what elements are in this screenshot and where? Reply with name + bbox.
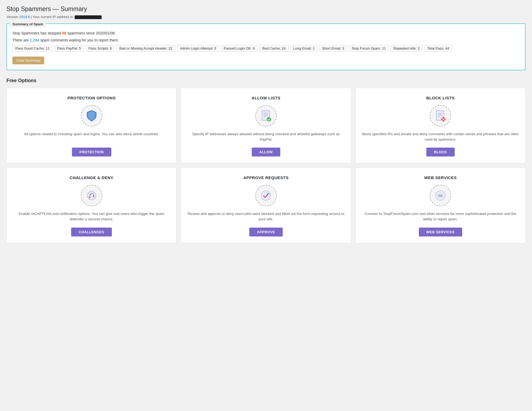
summary-box: Summary of Spam Stop Spammers has stoppe… bbox=[6, 23, 526, 70]
card-button-protection[interactable]: PROTECTION bbox=[72, 148, 111, 156]
spam-tag: Bad Cache: 24 bbox=[260, 45, 289, 52]
card-button-allow[interactable]: ALLOW bbox=[252, 148, 280, 156]
card-title-protection: PROTECTION OPTIONS bbox=[67, 96, 116, 100]
spam-tag: Pass Scripts: 6 bbox=[85, 45, 115, 52]
card-button-block[interactable]: BLOCK bbox=[426, 148, 455, 156]
waiting-post: spam comments waiting for you to report … bbox=[39, 38, 119, 42]
card-icon-approve bbox=[255, 185, 277, 206]
cards-grid-bottom: CHALLENGE & DENY Enable reCAPTCHA and no… bbox=[6, 168, 526, 243]
card-allow: ALLOW LISTS Specify IP addresses always … bbox=[181, 88, 351, 163]
summary-legend: Summary of Spam bbox=[10, 21, 46, 27]
version-label: Version bbox=[6, 15, 19, 19]
card-button-webservices[interactable]: WEB SERVICES bbox=[419, 228, 462, 236]
card-icon-block bbox=[430, 105, 451, 127]
version-bar: Version 2019.6 | Your current IP address… bbox=[6, 15, 526, 19]
card-title-challenge: CHALLENGE & DENY bbox=[70, 175, 113, 180]
card-webservices: WEB SERVICES Connect to StopForumSpam.co… bbox=[355, 168, 526, 243]
spam-tag: Admin Login Attempt: 3 bbox=[177, 45, 219, 52]
stopped-post: spammers since 2020/01/06. bbox=[66, 31, 116, 35]
spam-tag: Long Email: 1 bbox=[290, 45, 318, 52]
card-button-challenge[interactable]: CHALLENGES bbox=[71, 228, 112, 236]
waiting-pre: There are bbox=[12, 38, 30, 42]
card-title-approve: APPROVE REQUESTS bbox=[243, 175, 289, 180]
spam-tag: Total Pass: 44 bbox=[424, 45, 452, 52]
svg-point-14 bbox=[93, 196, 94, 197]
card-icon-webservices bbox=[430, 185, 451, 206]
card-desc-block: Block specified IPs and emails and deny … bbox=[361, 131, 520, 142]
spam-tag: Pass PayPal: 5 bbox=[54, 45, 84, 52]
spam-tag: Passed Login OK: 6 bbox=[221, 45, 258, 52]
cards-grid-top: PROTECTION OPTIONS All options related t… bbox=[6, 88, 526, 163]
spam-tag: Repeated Hits: 2 bbox=[391, 45, 423, 52]
ip-address bbox=[75, 15, 102, 19]
tags-row: Pass Good Cache: 11Pass PayPal: 5Pass Sc… bbox=[12, 45, 520, 52]
spam-tag: Bad or Missing Accept Header: 22 bbox=[116, 45, 175, 52]
svg-point-13 bbox=[89, 197, 91, 198]
svg-point-15 bbox=[261, 191, 271, 200]
card-button-approve[interactable]: APPROVE bbox=[249, 228, 282, 236]
card-icon-protection bbox=[81, 105, 102, 127]
version-link[interactable]: 2019.6 bbox=[19, 15, 30, 19]
card-block: BLOCK LISTS Block specified IPs and emai… bbox=[355, 88, 526, 163]
spam-tag: Pass Good Cache: 11 bbox=[12, 45, 53, 52]
stopped-text: Stop Spammers has stopped 66 spammers si… bbox=[12, 31, 520, 35]
card-icon-allow bbox=[255, 105, 277, 127]
card-protection: PROTECTION OPTIONS All options related t… bbox=[6, 88, 177, 163]
card-title-allow: ALLOW LISTS bbox=[251, 96, 280, 100]
svg-point-12 bbox=[87, 191, 96, 200]
card-title-webservices: WEB SERVICES bbox=[424, 175, 457, 180]
card-desc-challenge: Enable reCAPTCHA and notification option… bbox=[12, 211, 171, 222]
waiting-count-link[interactable]: 1,294 bbox=[30, 38, 39, 42]
card-desc-protection: All options related to checking spam and… bbox=[24, 131, 159, 142]
summary-inner: Stop Spammers has stopped 66 spammers si… bbox=[7, 30, 525, 70]
card-icon-challenge bbox=[81, 185, 102, 206]
card-challenge: CHALLENGE & DENY Enable reCAPTCHA and no… bbox=[6, 168, 177, 243]
spam-tag: Short Email: 3 bbox=[319, 45, 347, 52]
card-desc-allow: Specify IP addresses always allowed with… bbox=[186, 131, 345, 142]
page-title: Stop Spammers — Summary bbox=[6, 5, 526, 13]
stopped-pre: Stop Spammers has stopped bbox=[12, 31, 62, 35]
waiting-text: There are 1,294 spam comments waiting fo… bbox=[12, 38, 520, 42]
card-title-block: BLOCK LISTS bbox=[426, 96, 455, 100]
clear-summary-button[interactable]: Clear Summary bbox=[12, 57, 44, 64]
version-separator: | Your current IP address is: bbox=[30, 15, 75, 19]
card-desc-approve: Review and approve or deny users who wer… bbox=[186, 211, 345, 222]
stopped-count: 66 bbox=[62, 31, 66, 35]
card-desc-webservices: Connect to StopForumSpam.com and other s… bbox=[361, 211, 520, 222]
spam-tag: Stop Forum Spam: 11 bbox=[349, 45, 389, 52]
card-approve: APPROVE REQUESTS Review and approve or d… bbox=[181, 168, 351, 243]
free-options-title: Free Options bbox=[6, 78, 526, 83]
